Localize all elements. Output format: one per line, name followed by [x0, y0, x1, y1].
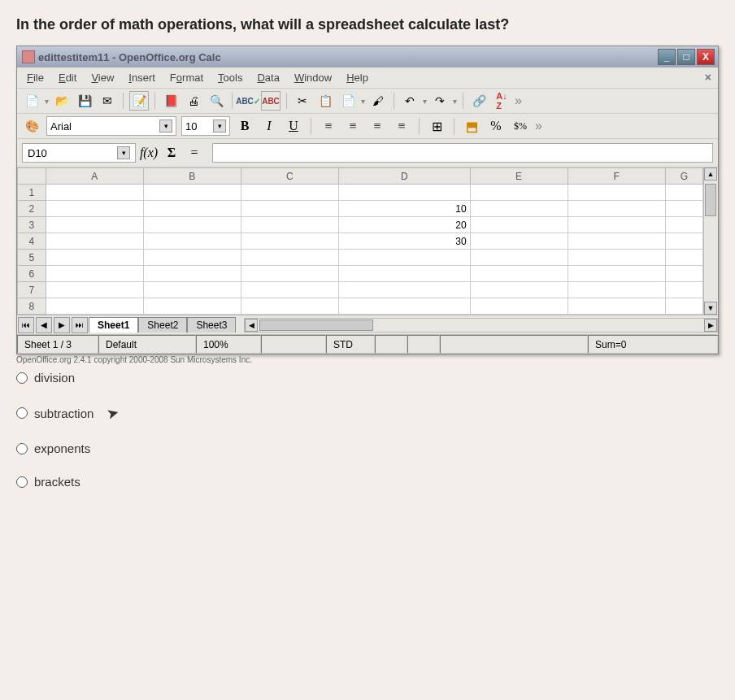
styles-icon[interactable]: 🎨	[22, 116, 41, 136]
status-mode[interactable]: STD	[326, 335, 375, 354]
edit-file-icon[interactable]: 📝	[129, 91, 149, 111]
undo-icon[interactable]: ↶	[400, 91, 420, 111]
redo-icon[interactable]: ↷	[430, 91, 450, 111]
cell-reference-box[interactable]: D10 ▾	[22, 143, 136, 163]
menu-tools[interactable]: Tools	[211, 69, 249, 86]
row-header[interactable]: 8	[18, 298, 46, 315]
radio-button[interactable]	[16, 372, 28, 384]
row-header[interactable]: 4	[18, 233, 46, 250]
scroll-left-icon[interactable]: ◀	[245, 319, 258, 332]
menu-view[interactable]: View	[85, 69, 120, 86]
currency-icon[interactable]: ⬒	[462, 116, 481, 136]
answer-option[interactable]: brackets	[16, 475, 719, 489]
cell-ref-dropdown-icon[interactable]: ▾	[117, 146, 130, 159]
sum-icon[interactable]: Σ	[162, 143, 181, 163]
font-size-dropdown-icon[interactable]: ▾	[213, 120, 226, 133]
col-header-e[interactable]: E	[470, 168, 568, 185]
scroll-right-icon[interactable]: ▶	[704, 319, 717, 332]
menu-edit[interactable]: Edit	[52, 69, 83, 86]
paste-icon[interactable]: 📄	[338, 91, 358, 111]
preview-icon[interactable]: 🔍	[207, 91, 226, 111]
menu-file[interactable]: File	[20, 69, 50, 86]
col-header-b[interactable]: B	[143, 168, 241, 185]
merge-cells-icon[interactable]: ⊞	[427, 116, 446, 136]
spellcheck-icon[interactable]: ABC✓	[238, 91, 258, 111]
menu-format[interactable]: Format	[163, 69, 210, 86]
italic-button[interactable]: I	[259, 116, 279, 136]
underline-button[interactable]: U	[284, 116, 303, 136]
scroll-down-icon[interactable]: ▼	[704, 302, 717, 315]
prev-sheet-icon[interactable]: ◀	[36, 317, 52, 333]
maximize-button[interactable]: □	[677, 49, 695, 65]
email-icon[interactable]: ✉	[98, 91, 117, 111]
first-sheet-icon[interactable]: ⏮	[18, 317, 34, 333]
scroll-up-icon[interactable]: ▲	[704, 167, 717, 180]
radio-button[interactable]	[16, 476, 28, 488]
row-header[interactable]: 3	[18, 217, 46, 233]
radio-button[interactable]	[16, 407, 28, 419]
hscroll-thumb[interactable]	[259, 320, 373, 331]
bold-button[interactable]: B	[235, 116, 254, 136]
cell-d2[interactable]: 10	[338, 201, 470, 217]
menu-insert[interactable]: Insert	[122, 69, 162, 86]
cut-icon[interactable]: ✂	[293, 91, 312, 111]
open-icon[interactable]: 📂	[52, 91, 72, 111]
col-header-f[interactable]: F	[568, 168, 665, 185]
row-header[interactable]: 2	[18, 201, 46, 217]
tab-sheet2[interactable]: Sheet2	[138, 317, 187, 333]
col-header-g[interactable]: G	[665, 168, 702, 185]
row-header[interactable]: 6	[18, 266, 46, 282]
autospell-icon[interactable]: ABC	[261, 91, 281, 111]
print-icon[interactable]: 🖨	[184, 91, 203, 111]
vertical-scrollbar[interactable]: ▲ ▼	[703, 167, 718, 315]
col-header-a[interactable]: A	[46, 168, 143, 185]
menu-window[interactable]: Window	[288, 69, 338, 86]
status-sum[interactable]: Sum=0	[588, 335, 718, 354]
radio-button[interactable]	[16, 443, 28, 454]
align-left-icon[interactable]: ≡	[319, 116, 338, 136]
align-center-icon[interactable]: ≡	[343, 116, 363, 136]
copy-icon[interactable]: 📋	[315, 91, 335, 111]
doc-close-icon[interactable]: ×	[705, 71, 711, 84]
font-name-dropdown-icon[interactable]: ▾	[159, 120, 172, 133]
col-header-c[interactable]: C	[241, 168, 338, 185]
align-right-icon[interactable]: ≡	[368, 116, 387, 136]
function-wizard-icon[interactable]: f(x)	[139, 143, 159, 163]
font-size-combo[interactable]: 10 ▾	[181, 116, 230, 136]
save-icon[interactable]: 💾	[75, 91, 94, 111]
next-sheet-icon[interactable]: ▶	[54, 317, 70, 333]
status-zoom[interactable]: 100%	[196, 335, 261, 354]
answer-option[interactable]: division	[16, 371, 719, 385]
formula-input[interactable]	[212, 143, 713, 163]
row-header[interactable]: 7	[18, 282, 46, 298]
hyperlink-icon[interactable]: 🔗	[469, 91, 489, 111]
number-format-button[interactable]: $%	[511, 116, 530, 136]
scroll-thumb[interactable]	[705, 184, 716, 216]
font-name-combo[interactable]: Arial ▾	[46, 116, 176, 136]
tab-sheet3[interactable]: Sheet3	[187, 317, 236, 333]
cell-grid[interactable]: A B C D E F G 1 210 320 430 5 6 7 8	[17, 167, 703, 315]
horizontal-scrollbar[interactable]: ◀ ▶	[244, 318, 718, 333]
cell-d4[interactable]: 30	[338, 233, 470, 250]
menu-data[interactable]: Data	[250, 69, 285, 86]
minimize-button[interactable]: _	[658, 49, 676, 65]
row-header[interactable]: 1	[18, 185, 46, 201]
menu-help[interactable]: Help	[340, 69, 375, 86]
format-overflow-icon[interactable]: »	[535, 119, 542, 133]
answer-option[interactable]: subtraction ➤	[16, 404, 719, 422]
align-justify-icon[interactable]: ≡	[392, 116, 411, 136]
corner-header[interactable]	[18, 168, 46, 185]
tab-sheet1[interactable]: Sheet1	[89, 317, 138, 333]
format-paint-icon[interactable]: 🖌	[368, 91, 388, 111]
percent-button[interactable]: %	[486, 116, 506, 136]
col-header-d[interactable]: D	[338, 168, 470, 185]
last-sheet-icon[interactable]: ⏭	[72, 317, 88, 333]
new-doc-icon[interactable]: 📄	[22, 91, 41, 111]
toolbar-overflow-icon[interactable]: »	[515, 93, 522, 108]
cell-d3[interactable]: 20	[338, 217, 470, 233]
sort-icon[interactable]: A↓Z	[492, 91, 511, 111]
equals-icon[interactable]: =	[185, 143, 204, 163]
answer-option[interactable]: exponents	[16, 441, 719, 455]
close-button[interactable]: X	[697, 49, 715, 65]
row-header[interactable]: 5	[18, 250, 46, 266]
